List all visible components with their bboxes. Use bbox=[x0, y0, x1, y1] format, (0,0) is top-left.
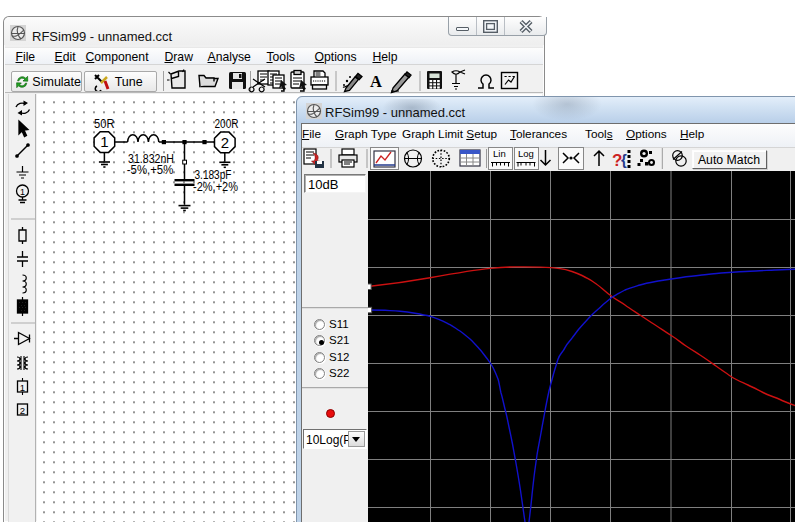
svg-text:-2%,+2%: -2%,+2% bbox=[193, 180, 238, 194]
svg-text:A: A bbox=[370, 72, 382, 91]
svg-text:-5%,+5%: -5%,+5% bbox=[127, 163, 174, 177]
svg-text:Lin: Lin bbox=[493, 148, 506, 159]
svg-text:50R: 50R bbox=[94, 117, 115, 131]
svg-text:1: 1 bbox=[20, 382, 25, 393]
svg-text:2: 2 bbox=[20, 405, 25, 416]
svg-text:{: { bbox=[621, 151, 627, 168]
svg-text:1: 1 bbox=[100, 133, 108, 150]
svg-text:1: 1 bbox=[20, 187, 25, 197]
svg-text:Log: Log bbox=[518, 148, 534, 159]
svg-text:2: 2 bbox=[221, 134, 229, 151]
svg-text:200R: 200R bbox=[215, 117, 239, 131]
